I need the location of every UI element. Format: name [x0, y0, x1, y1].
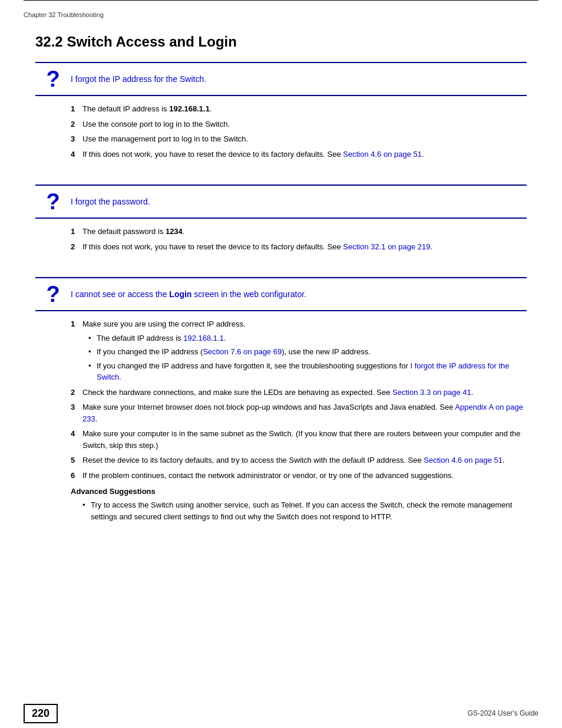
link-section-4-6[interactable]: Section 4.6 on page 51 [343, 150, 422, 159]
advanced-suggestions-heading: Advanced Suggestions [71, 487, 527, 496]
chapter-header-text: Chapter 32 Troubleshooting [24, 11, 104, 18]
link-section-4-6-2[interactable]: Section 4.6 on page 51 [424, 456, 503, 465]
answer-item-3-1: Make sure you are using the correct IP a… [71, 318, 527, 383]
question-label-1: I forgot the IP address for the Switch. [71, 74, 206, 84]
answer-item-2-1: The default password is 1234. [71, 226, 527, 238]
subitem-3-1-3: If you changed the IP address and have f… [88, 360, 527, 383]
question-block-2: ? I forgot the password. The default pas… [35, 185, 527, 263]
subitem-3-1-1: The default IP address is 192.168.1.1. [88, 332, 527, 344]
question-label-3a: I cannot see or access the [71, 289, 169, 299]
answer-item-2-2: If this does not work, you have to reset… [71, 241, 527, 253]
answer-block-1: The default IP address is 192.168.1.1. U… [35, 96, 527, 170]
question-block-3: ? I cannot see or access the Login scree… [35, 277, 527, 533]
sublist-3-1: The default IP address is 192.168.1.1. I… [82, 332, 527, 383]
footer: 220 GS-2024 User's Guide [0, 699, 562, 728]
answer-item-3-3: Make sure your Internet browser does not… [71, 401, 527, 424]
link-section-7-6[interactable]: Section 7.6 on page 69 [203, 347, 282, 356]
answer-list-1: The default IP address is 192.168.1.1. U… [71, 103, 527, 160]
answer-item-3-4: Make sure your computer is in the same s… [71, 428, 527, 451]
password-bold: 1234 [166, 227, 183, 236]
answer-item-3-6: If the problem continues, contact the ne… [71, 470, 527, 482]
question-header-3: ? I cannot see or access the Login scree… [35, 277, 527, 311]
answer-list-3: Make sure you are using the correct IP a… [71, 318, 527, 481]
answer-item-1-3: Use the management port to log in to the… [71, 133, 527, 145]
question-mark-2: ? [35, 190, 71, 213]
answer-item-1-4: If this does not work, you have to reset… [71, 149, 527, 160]
answer-item-3-2: Check the hardware connections, and make… [71, 387, 527, 398]
advanced-bullets: Try to access the Switch using another s… [71, 499, 527, 522]
question-mark-3: ? [35, 283, 71, 305]
link-forgot-ip[interactable]: I forgot the IP address for the Switch [97, 361, 510, 382]
advanced-bullet-1: Try to access the Switch using another s… [82, 499, 527, 522]
answer-list-2: The default password is 1234. If this do… [71, 226, 527, 252]
question-label-3c: screen in the web configurator. [191, 289, 306, 299]
question-label-3b: Login [169, 289, 191, 299]
guide-title: GS-2024 User's Guide [468, 709, 538, 717]
link-section-32-1[interactable]: Section 32.1 on page 219 [343, 242, 430, 251]
answer-item-3-5: Reset the device to its factory defaults… [71, 454, 527, 466]
link-section-3-3[interactable]: Section 3.3 on page 41 [392, 388, 471, 397]
question-header-1: ? I forgot the IP address for the Switch… [35, 62, 527, 96]
question-text-2: I forgot the password. [71, 197, 527, 206]
answer-item-1-2: Use the console port to log in to the Sw… [71, 118, 527, 130]
answer-block-2: The default password is 1234. If this do… [35, 219, 527, 263]
section-title: 32.2 Switch Access and Login [35, 34, 527, 50]
chapter-header: Chapter 32 Troubleshooting [0, 1, 562, 22]
question-mark-1: ? [35, 68, 71, 90]
question-label-2: I forgot the password. [71, 197, 150, 206]
page: Chapter 32 Troubleshooting 32.2 Switch A… [0, 0, 562, 728]
main-content: 32.2 Switch Access and Login ? I forgot … [0, 22, 562, 594]
subitem-3-1-2: If you changed the IP address (Section 7… [88, 346, 527, 358]
question-header-2: ? I forgot the password. [35, 185, 527, 219]
answer-block-3: Make sure you are using the correct IP a… [35, 311, 527, 533]
question-text-3: I cannot see or access the Login screen … [71, 289, 527, 299]
link-default-ip[interactable]: 192.168.1.1 [183, 334, 224, 342]
link-appendix-a[interactable]: Appendix A on page 233 [82, 403, 523, 423]
answer-item-1-1: The default IP address is 192.168.1.1. [71, 103, 527, 115]
page-number: 220 [24, 704, 58, 723]
question-block-1: ? I forgot the IP address for the Switch… [35, 62, 527, 170]
question-text-1: I forgot the IP address for the Switch. [71, 74, 527, 84]
ip-address-bold: 192.168.1.1 [169, 104, 210, 113]
